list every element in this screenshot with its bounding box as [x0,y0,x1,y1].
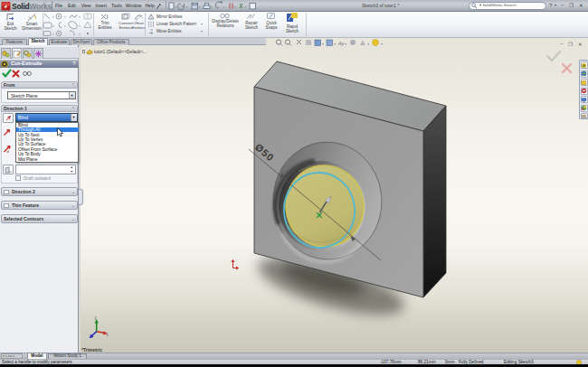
svg-text:d: d [7,149,10,154]
svg-text:y: y [95,315,98,320]
svg-text:x: x [107,333,109,337]
